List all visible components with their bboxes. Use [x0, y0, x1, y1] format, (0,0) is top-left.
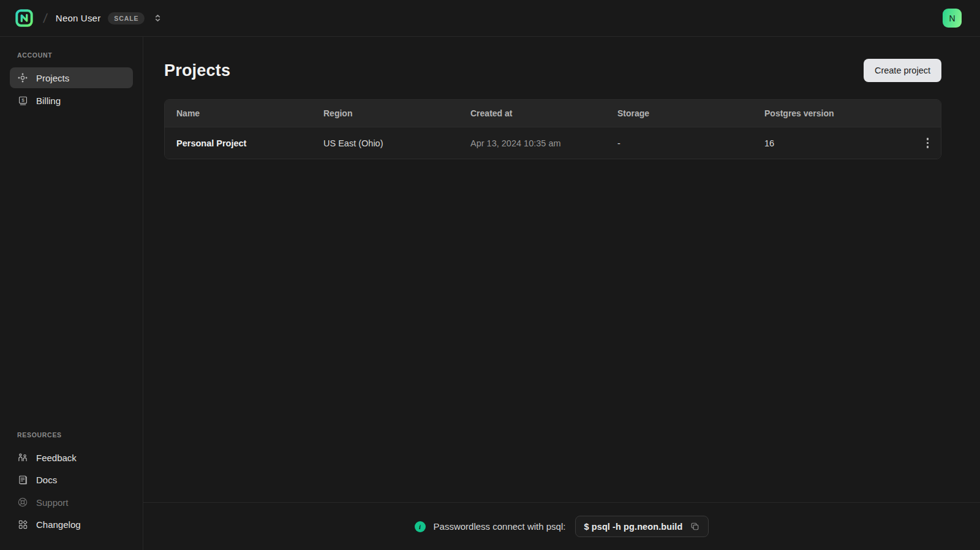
main-content: Projects Create project Name Region Crea… — [143, 37, 980, 502]
sidebar-account-section: ACCOUNT Projects $ — [10, 51, 133, 113]
user-avatar[interactable]: N — [943, 9, 962, 28]
passwordless-connect-label: Passwordless connect with psql: — [434, 521, 566, 532]
project-created-at-cell: Apr 13, 2024 10:35 am — [459, 138, 606, 148]
create-project-button[interactable]: Create project — [864, 59, 941, 82]
top-bar: / Neon User SCALE N — [0, 0, 980, 37]
neon-logo[interactable] — [15, 9, 34, 28]
changelog-icon — [17, 519, 28, 530]
feedback-icon — [17, 452, 28, 463]
project-storage-cell: - — [606, 138, 753, 148]
psql-command-text: $ psql -h pg.neon.build — [584, 522, 682, 532]
footer-bar: i Passwordless connect with psql: $ psql… — [143, 502, 980, 550]
table-header-row: Name Region Created at Storage Postgres … — [165, 100, 941, 127]
sidebar-item-label: Feedback — [36, 453, 77, 463]
sidebar-item-label: Billing — [36, 96, 61, 106]
info-icon: i — [415, 521, 426, 532]
projects-table: Name Region Created at Storage Postgres … — [164, 99, 941, 159]
resources-section-label: RESOURCES — [10, 431, 133, 439]
breadcrumb-slash: / — [42, 11, 48, 26]
sidebar-resources-section: RESOURCES Feedback — [10, 431, 133, 537]
org-name[interactable]: Neon User — [56, 13, 101, 23]
column-header-created-at: Created at — [459, 108, 606, 118]
psql-command-box[interactable]: $ psql -h pg.neon.build — [575, 516, 709, 537]
billing-icon: $ — [17, 96, 28, 106]
sidebar: ACCOUNT Projects $ — [0, 37, 143, 550]
sidebar-item-docs[interactable]: Docs — [10, 470, 133, 490]
project-region-cell: US East (Ohio) — [312, 138, 459, 148]
column-header-postgres-version: Postgres version — [753, 108, 941, 118]
sidebar-item-label: Changelog — [36, 519, 81, 530]
copy-icon[interactable] — [690, 521, 700, 532]
plan-badge: SCALE — [108, 12, 145, 24]
table-row[interactable]: Personal Project US East (Ohio) Apr 13, … — [165, 127, 941, 159]
account-section-label: ACCOUNT — [10, 51, 133, 59]
support-icon — [17, 497, 28, 508]
sidebar-item-support[interactable]: Support — [10, 492, 133, 513]
org-switcher-caret-icon[interactable] — [153, 13, 162, 23]
column-header-name: Name — [165, 108, 312, 118]
sidebar-item-projects[interactable]: Projects — [10, 67, 133, 88]
sidebar-item-label: Projects — [36, 73, 69, 83]
page-title: Projects — [164, 61, 230, 80]
docs-icon — [17, 475, 28, 485]
projects-icon — [17, 72, 28, 83]
project-postgres-version-cell: 16 — [764, 138, 774, 148]
column-header-region: Region — [312, 108, 459, 118]
sidebar-item-label: Support — [36, 497, 69, 508]
svg-text:$: $ — [21, 97, 24, 103]
project-name-cell[interactable]: Personal Project — [165, 138, 312, 148]
row-actions-kebab-icon[interactable] — [923, 134, 933, 152]
sidebar-item-label: Docs — [36, 475, 57, 485]
sidebar-item-billing[interactable]: $ Billing — [10, 91, 133, 111]
sidebar-item-feedback[interactable]: Feedback — [10, 447, 133, 468]
column-header-storage: Storage — [606, 108, 753, 118]
sidebar-item-changelog[interactable]: Changelog — [10, 514, 133, 535]
